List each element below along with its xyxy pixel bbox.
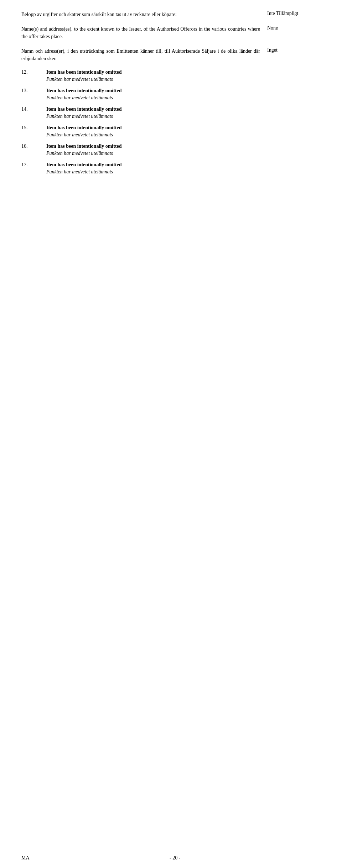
item-subtitle-14: Punkten har medvetet utelämnats [46, 114, 321, 119]
intro-right-1: Inte Tillämpligt [267, 11, 321, 18]
item-subtitle-15: Punkten har medvetet utelämnats [46, 132, 321, 138]
item-title-12: Item has been intentionally omitted [46, 69, 321, 75]
item-subtitle-17: Punkten har medvetet utelämnats [46, 169, 321, 175]
page-footer: MA - 20 - [21, 855, 321, 861]
item-number-13: 13. [21, 88, 46, 94]
item-title-14: Item has been intentionally omitted [46, 106, 321, 112]
intro-left-3: Namn och adress(er), i den utsträckning … [21, 47, 267, 62]
intro-value-2: None [267, 25, 278, 31]
intro-text-2: Name(s) and address(es), to the extent k… [21, 26, 260, 39]
item-title-17: Item has been intentionally omitted [46, 162, 321, 168]
item-number-17: 17. [21, 162, 46, 168]
intro-left-2: Name(s) and address(es), to the extent k… [21, 25, 267, 40]
item-number-16: 16. [21, 143, 46, 149]
list-item: 14. Item has been intentionally omitted … [21, 106, 321, 119]
intro-left-1: Belopp av utgifter och skatter som särsk… [21, 11, 267, 18]
content-area: Belopp av utgifter och skatter som särsk… [21, 11, 321, 175]
list-item: 15. Item has been intentionally omitted … [21, 125, 321, 138]
items-list: 12. Item has been intentionally omitted … [21, 69, 321, 175]
footer-page-number: - 20 - [30, 855, 321, 861]
item-number-12: 12. [21, 69, 46, 75]
item-content-12: Item has been intentionally omitted Punk… [46, 69, 321, 82]
intro-row-1: Belopp av utgifter och skatter som särsk… [21, 11, 321, 18]
item-content-17: Item has been intentionally omitted Punk… [46, 162, 321, 175]
intro-right-3: Inget [267, 47, 321, 62]
intro-value-1: Inte Tillämpligt [267, 11, 299, 16]
intro-value-3: Inget [267, 47, 278, 53]
item-content-16: Item has been intentionally omitted Punk… [46, 143, 321, 156]
page: Belopp av utgifter och skatter som särsk… [0, 0, 342, 868]
item-content-15: Item has been intentionally omitted Punk… [46, 125, 321, 138]
item-subtitle-16: Punkten har medvetet utelämnats [46, 151, 321, 156]
footer-left-text: MA [21, 855, 30, 861]
list-item: 16. Item has been intentionally omitted … [21, 143, 321, 156]
intro-right-2: None [267, 25, 321, 40]
intro-text-3: Namn och adress(er), i den utsträckning … [21, 48, 260, 61]
list-item: 13. Item has been intentionally omitted … [21, 88, 321, 101]
item-number-15: 15. [21, 125, 46, 131]
item-content-13: Item has been intentionally omitted Punk… [46, 88, 321, 101]
list-item: 17. Item has been intentionally omitted … [21, 162, 321, 175]
item-title-16: Item has been intentionally omitted [46, 143, 321, 149]
intro-row-2: Name(s) and address(es), to the extent k… [21, 25, 321, 40]
item-subtitle-13: Punkten har medvetet utelämnats [46, 95, 321, 101]
item-content-14: Item has been intentionally omitted Punk… [46, 106, 321, 119]
item-title-15: Item has been intentionally omitted [46, 125, 321, 131]
intro-text-1: Belopp av utgifter och skatter som särsk… [21, 12, 177, 17]
item-title-13: Item has been intentionally omitted [46, 88, 321, 94]
item-number-14: 14. [21, 106, 46, 112]
item-subtitle-12: Punkten har medvetet utelämnats [46, 77, 321, 82]
intro-row-3: Namn och adress(er), i den utsträckning … [21, 47, 321, 62]
list-item: 12. Item has been intentionally omitted … [21, 69, 321, 82]
